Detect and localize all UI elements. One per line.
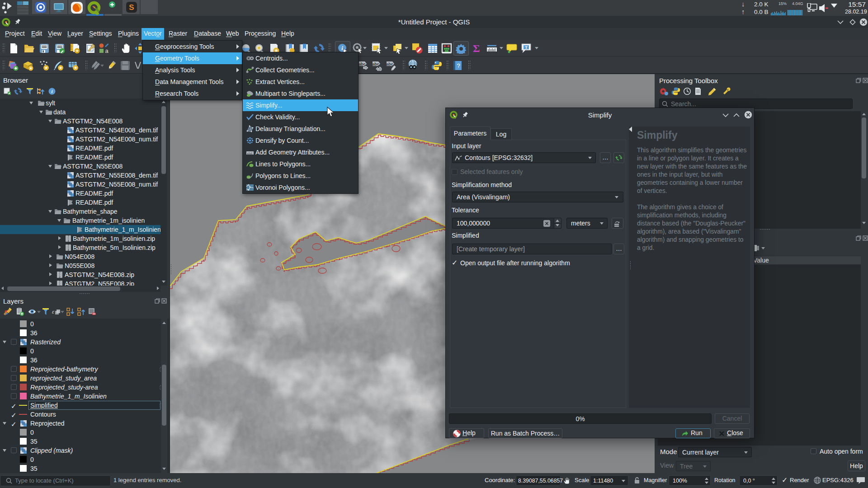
svg-text:ε: ε	[52, 308, 55, 315]
svg-text:i: i	[341, 45, 343, 52]
svg-text:abc: abc	[359, 62, 366, 66]
svg-text:a: a	[105, 47, 108, 54]
svg-text:S: S	[129, 3, 134, 12]
svg-text:abc: abc	[372, 62, 379, 66]
svg-text:T: T	[525, 45, 528, 50]
svg-text:?: ?	[457, 62, 460, 69]
svg-text:abc: abc	[386, 62, 393, 66]
